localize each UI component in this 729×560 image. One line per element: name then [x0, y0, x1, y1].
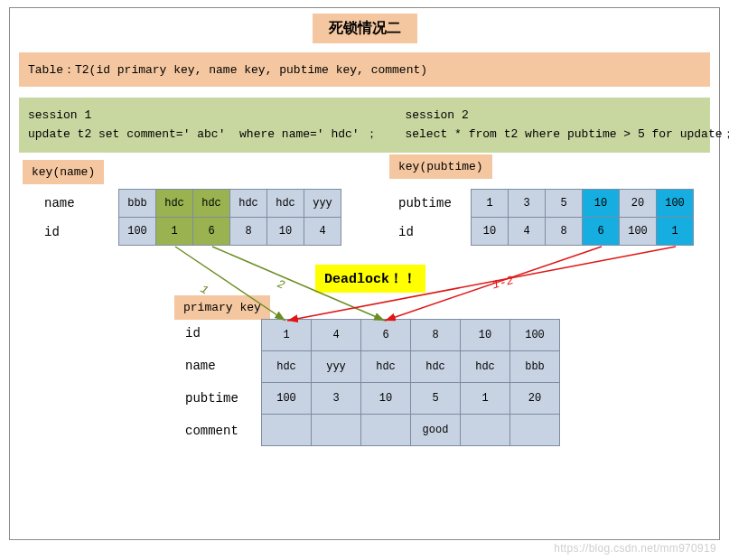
session-1-sql: update t2 set comment=' abc' where name=… — [28, 126, 378, 142]
session-1-title: session 1 — [28, 108, 378, 122]
session-1: session 1 update t2 set comment=' abc' w… — [28, 108, 378, 142]
deadlock-label: Deadlock！！ — [315, 265, 425, 293]
watermark: https://blog.csdn.net/mm970919 — [554, 542, 716, 555]
session-2-sql: select * from t2 where pubtime > 5 for u… — [405, 126, 729, 142]
tag-key-pubtime: key(pubtime) — [389, 154, 492, 179]
name-index-row-ids: 100 1 6 8 10 4 — [119, 218, 341, 246]
primary-row-id: 1 4 6 8 10 100 — [262, 320, 560, 351]
session-2-title: session 2 — [405, 108, 729, 122]
pubtime-index-label-id: id — [398, 225, 414, 239]
pubtime-index-label-pubtime: pubtime — [398, 196, 452, 210]
primary-row-name: hdc yyy hdc hdc hdc bbb — [262, 351, 560, 383]
arrow-label-olive-2: 2 — [276, 277, 287, 293]
name-index-label-id: id — [44, 225, 60, 239]
primary-label-id: id — [185, 326, 201, 341]
sessions-box: session 1 update t2 set comment=' abc' w… — [19, 98, 710, 153]
pubtime-index-table: 1 3 5 10 20 100 10 4 8 6 100 1 — [471, 189, 694, 246]
name-index-table: bbb hdc hdc hdc hdc yyy 100 1 6 8 10 4 — [118, 189, 341, 246]
primary-row-comment: good — [262, 415, 560, 446]
tag-key-name: key(name) — [23, 160, 104, 184]
primary-label-comment: comment — [185, 424, 238, 438]
primary-row-pubtime: 100 3 10 5 1 20 — [262, 383, 560, 415]
arrow-label-red: 1-2 — [491, 274, 515, 293]
pubtime-index-row-pubtime: 1 3 5 10 20 100 — [472, 190, 694, 218]
primary-label-pubtime: pubtime — [185, 391, 238, 406]
table-schema: Table：T2(id primary key, name key, pubti… — [19, 52, 710, 87]
diagram-title: 死锁情况二 — [313, 14, 417, 43]
primary-table: 1 4 6 8 10 100 hdc yyy hdc hdc hdc bbb 1… — [261, 319, 560, 446]
primary-label-name: name — [185, 359, 216, 373]
pubtime-index-row-ids: 10 4 8 6 100 1 — [472, 218, 694, 246]
tag-primary-key: primary key — [174, 295, 270, 320]
diagram-area: key(name) key(pubtime) primary key name … — [19, 160, 710, 503]
name-index-row-names: bbb hdc hdc hdc hdc yyy — [119, 190, 341, 218]
session-2: session 2 select * from t2 where pubtime… — [405, 108, 729, 142]
diagram-frame: 死锁情况二 Table：T2(id primary key, name key,… — [9, 7, 720, 540]
name-index-label-name: name — [44, 196, 75, 210]
